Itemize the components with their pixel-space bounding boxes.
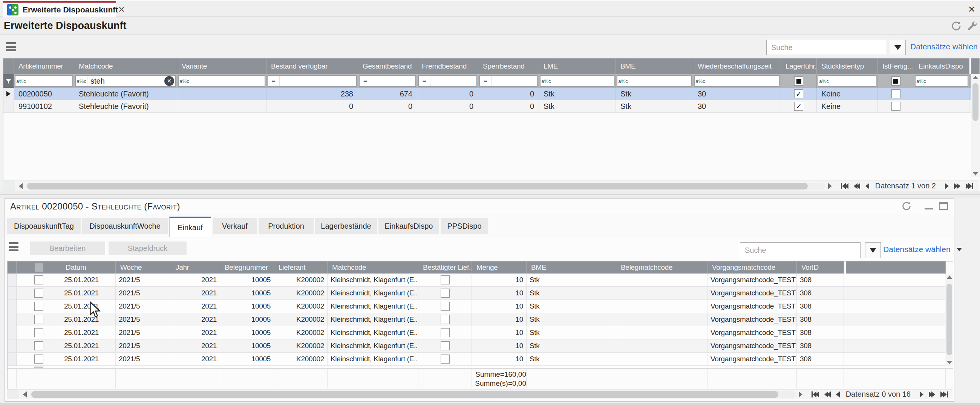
column-header-variante[interactable]: Variante <box>177 59 266 74</box>
bearbeiten-button[interactable]: Bearbeiten <box>30 241 105 255</box>
filter-input-sperrbestand[interactable]: = <box>479 75 538 87</box>
filter-checkbox-istfertig[interactable] <box>891 76 900 86</box>
scroll-left-icon[interactable] <box>19 183 22 189</box>
checkbox[interactable]: ✓ <box>794 89 803 98</box>
scroll-down-icon[interactable] <box>971 172 980 176</box>
filter-input-lme[interactable]: a%c <box>540 75 614 87</box>
filter-criteria-icon[interactable]: = <box>268 76 280 86</box>
stapeldruck-button[interactable]: Stapeldruck <box>108 241 186 255</box>
tab-einkauf[interactable]: Einkauf <box>169 217 211 237</box>
nav-next-icon[interactable] <box>945 183 949 189</box>
detail-filter-dropdown-button[interactable] <box>865 242 881 258</box>
scrollbar-thumb[interactable] <box>27 183 808 189</box>
nav-first-icon[interactable] <box>811 391 819 397</box>
nav-prev-icon[interactable] <box>865 183 869 189</box>
search-input[interactable]: Suche <box>766 40 886 55</box>
table-row[interactable]: 99100102Stehleuchte (Favorit)0000StkStk3… <box>3 100 980 113</box>
checkbox[interactable] <box>34 328 43 337</box>
column-header-wiederbeschaffungszeit[interactable]: Wiederbeschaffungszeit <box>693 59 781 74</box>
nav-next-page-icon[interactable] <box>929 391 935 397</box>
filter-criteria-icon[interactable]: = <box>480 76 492 86</box>
column-header-artikelnummer[interactable]: Artikelnummer <box>14 59 74 74</box>
filter-input-artikelnummer[interactable]: a%c <box>15 75 73 87</box>
column-header-fremdbestand[interactable]: Fremdbestand <box>417 59 478 74</box>
scroll-down-icon[interactable] <box>945 361 953 364</box>
checkbox[interactable] <box>441 302 450 311</box>
checkbox[interactable] <box>34 275 43 284</box>
column-header-woche[interactable]: Woche <box>116 262 171 273</box>
nav-last-icon[interactable] <box>966 183 973 189</box>
filter-input-matchcode[interactable]: a%csteh✕ <box>75 75 176 87</box>
tab-einkaufsdispo[interactable]: EinkaufsDispo <box>379 218 439 234</box>
tab-ppsdispo[interactable]: PPSDispo <box>441 218 488 234</box>
column-header-istfertig[interactable]: IstFertig... <box>878 59 914 74</box>
filter-criteria-icon[interactable]: a%c <box>617 76 629 86</box>
scroll-right-icon[interactable] <box>799 391 802 397</box>
horizontal-scrollbar[interactable] <box>30 391 796 398</box>
column-header-vorid[interactable]: VorID <box>797 262 844 273</box>
table-row[interactable]: 25.01.20212021/5202110005K200002Kleinsch… <box>8 273 953 287</box>
checkbox[interactable] <box>891 89 900 98</box>
tab-lagerbestände[interactable]: Lagerbestände <box>315 218 377 234</box>
filter-criteria-icon[interactable]: a%c <box>16 76 27 86</box>
filter-input-bestand_verfuegbar[interactable]: = <box>267 75 356 87</box>
filter-input-wiederbeschaffungszeit[interactable]: a%c <box>694 75 780 87</box>
filter-criteria-icon[interactable]: = <box>360 76 371 86</box>
column-header-checkbox[interactable] <box>17 262 61 273</box>
filter-criteria-icon[interactable]: a%c <box>695 76 706 86</box>
records-select-button[interactable]: Datensätze wählen <box>910 42 980 51</box>
column-header-vorgangsmatchcode[interactable]: Vorgangsmatchcode <box>708 262 797 273</box>
column-header-bestand_verfuegbar[interactable]: Bestand verfügbar <box>266 59 358 74</box>
filter-input-bme[interactable]: a%c <box>617 75 692 87</box>
filter-input-variante[interactable]: a%c <box>178 75 265 87</box>
nav-next-icon[interactable] <box>920 391 923 397</box>
checkbox[interactable]: ✓ <box>794 102 803 111</box>
scroll-up-icon[interactable] <box>971 76 980 79</box>
scroll-right-icon[interactable] <box>828 183 832 189</box>
detail-search-input[interactable]: Suche <box>740 242 861 258</box>
window-close-icon[interactable]: ✕ <box>968 4 975 15</box>
refresh-icon[interactable] <box>951 20 963 32</box>
column-header-stuecklistentyp[interactable]: Stücklistentyp <box>817 59 878 74</box>
filter-input-stuecklistentyp[interactable]: a%c <box>818 75 877 87</box>
menu-icon[interactable] <box>6 42 16 51</box>
filter-checkbox-lagerfuehr[interactable] <box>794 76 803 86</box>
column-header-gesamtbestand[interactable]: Gesamtbestand <box>358 59 417 74</box>
column-header-lme[interactable]: LME <box>539 59 616 74</box>
filter-criteria-icon[interactable]: a%c <box>76 76 88 86</box>
nav-prev-page-icon[interactable] <box>824 391 831 397</box>
checkbox[interactable] <box>34 315 43 324</box>
filter-criteria-icon[interactable]: a%c <box>818 76 830 86</box>
filter-criteria-icon[interactable]: a%c <box>179 76 190 86</box>
filter-input-gesamtbestand[interactable]: = <box>359 75 416 87</box>
table-row[interactable]: 25.01.20212021/5202110005K200002Kleinsch… <box>8 287 953 300</box>
tab-close-icon[interactable]: ✕ <box>118 5 125 15</box>
checkbox[interactable] <box>441 354 450 364</box>
table-row[interactable]: 25.01.20212021/5202110005K200002Kleinsch… <box>8 353 953 366</box>
scrollbar-thumb[interactable] <box>947 284 952 355</box>
column-header-matchcode[interactable]: Matchcode <box>74 59 177 74</box>
table-row[interactable]: 00200050Stehleuchte (Favorit)23867400Stk… <box>3 88 980 100</box>
filter-input-fremdbestand[interactable]: = <box>418 75 477 87</box>
column-header-sperrbestand[interactable]: Sperrbestand <box>478 59 539 74</box>
filter-criteria-icon[interactable]: a%c <box>916 76 927 86</box>
panel-refresh-icon[interactable] <box>901 201 913 212</box>
table-row[interactable]: 25.01.20212021/5202110005K200002Kleinsch… <box>8 326 953 340</box>
column-header-belegnummer[interactable]: Belegnummer <box>220 262 274 273</box>
column-header-lagerfuehr[interactable]: Lagerführ... <box>781 59 817 74</box>
checkbox[interactable] <box>34 302 43 311</box>
scrollbar-thumb[interactable] <box>972 83 978 121</box>
column-header-lieferant[interactable]: Lieferant <box>274 262 328 273</box>
settings-wrench-icon[interactable] <box>966 20 978 32</box>
column-header-bme[interactable]: BME <box>527 262 616 273</box>
nav-first-icon[interactable] <box>841 183 848 189</box>
nav-last-icon[interactable] <box>940 391 948 397</box>
filter-criteria-icon[interactable]: a%c <box>541 76 552 86</box>
checkbox[interactable] <box>891 102 900 111</box>
scroll-left-icon[interactable] <box>23 391 27 397</box>
panel-splitter[interactable] <box>0 191 980 198</box>
checkbox[interactable] <box>441 315 450 324</box>
nav-prev-icon[interactable] <box>836 391 840 397</box>
checkbox[interactable] <box>34 289 43 298</box>
detail-records-select-button[interactable]: Datensätze wählen <box>883 245 962 254</box>
